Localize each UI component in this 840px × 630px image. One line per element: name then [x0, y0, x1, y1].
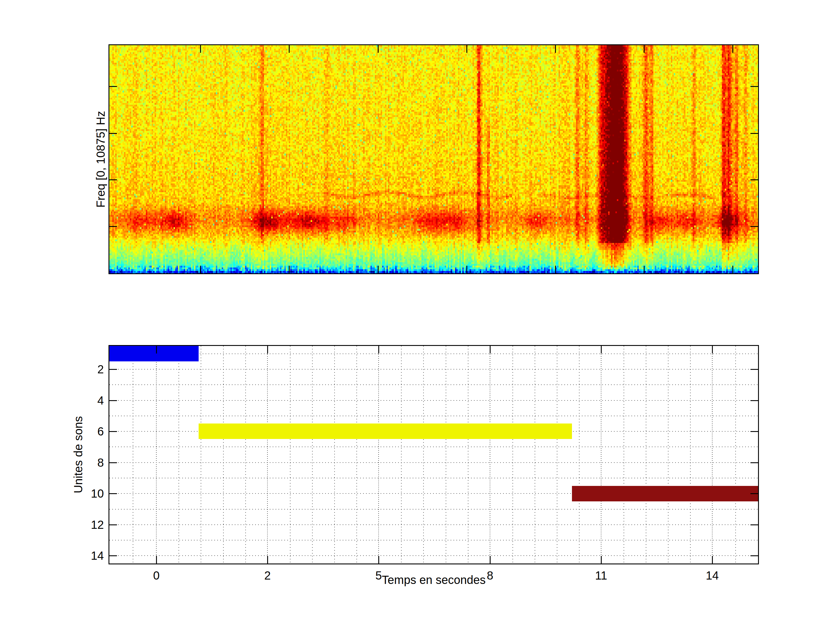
timeline-x-tick [156, 346, 157, 354]
spectrogram-y-tick [750, 133, 758, 134]
timeline-y-tick [109, 555, 117, 556]
timeline-y-tick [750, 369, 758, 370]
spectrogram-canvas [109, 45, 758, 273]
spectrogram-y-tick [750, 86, 758, 87]
timeline-major-gridline [378, 346, 379, 564]
timeline-y-tick-label: 14 [91, 550, 104, 562]
spectrogram-x-tick [378, 45, 379, 53]
timeline-minor-gridline [646, 346, 646, 564]
spectrogram-x-tick [644, 266, 644, 273]
timeline-minor-gridline [557, 346, 557, 564]
timeline-x-tick [378, 556, 379, 564]
timeline-h-gridline [109, 524, 758, 525]
timeline-y-tick [109, 400, 117, 401]
timeline-h-gridline [109, 478, 758, 478]
timeline-x-tick-label: 2 [264, 570, 271, 581]
timeline-segment-unit-10 [572, 486, 758, 501]
timeline-h-gridline [109, 555, 758, 556]
timeline-y-tick [750, 462, 758, 463]
timeline-y-tick [750, 431, 758, 432]
spectrogram-y-tick [109, 86, 117, 87]
spectrogram-x-tick [289, 266, 290, 273]
timeline-y-tick [109, 369, 117, 370]
timeline-h-gridline [109, 540, 758, 540]
timeline-minor-gridline [468, 346, 468, 564]
timeline-minor-gridline [223, 346, 224, 564]
spectrogram-x-tick [200, 266, 201, 273]
timeline-y-tick [109, 493, 117, 494]
timeline-h-gridline [109, 384, 758, 385]
timeline-y-tick-label: 6 [98, 426, 104, 437]
spectrogram-ylabel: Freq [0, 10875] Hz [95, 111, 106, 207]
timeline-minor-gridline [446, 346, 446, 564]
spectrogram-y-tick [109, 226, 117, 227]
timeline-major-gridline [601, 346, 602, 564]
timeline-xlabel: Temps en secondes [382, 574, 486, 586]
timeline-x-tick [601, 556, 602, 564]
spectrogram-x-tick [555, 45, 556, 53]
timeline-minor-gridline [290, 346, 291, 564]
timeline-y-tick [750, 524, 758, 525]
timeline-minor-gridline [245, 346, 246, 564]
spectrogram-y-tick [750, 226, 758, 227]
spectrogram-x-tick [289, 45, 290, 53]
timeline-h-gridline [109, 509, 758, 510]
timeline-y-tick [750, 400, 758, 401]
timeline-major-gridline [490, 346, 490, 564]
spectrogram-x-tick [733, 45, 733, 53]
timeline-minor-gridline [334, 346, 335, 564]
timeline-segment-unit-1 [109, 346, 199, 362]
spectrogram-y-tick [109, 133, 117, 134]
timeline-y-tick [750, 555, 758, 556]
timeline-x-tick [490, 556, 491, 564]
timeline-minor-gridline [423, 346, 424, 564]
timeline-minor-gridline [735, 346, 736, 564]
timeline-segment-unit-6 [199, 423, 572, 439]
timeline-minor-gridline [579, 346, 579, 564]
timeline-y-tick [109, 462, 117, 463]
timeline-minor-gridline [512, 346, 513, 564]
timeline-x-tick [712, 556, 713, 564]
timeline-x-tick [378, 346, 379, 354]
timeline-x-tick-label: 8 [487, 570, 493, 581]
timeline-axes [109, 345, 759, 564]
timeline-minor-gridline [535, 346, 535, 564]
timeline-x-tick-label: 11 [595, 570, 607, 581]
timeline-y-tick-label: 4 [98, 395, 104, 406]
timeline-x-tick-label: 5 [375, 570, 382, 581]
timeline-y-tick-label: 2 [98, 363, 104, 375]
timeline-h-gridline [109, 415, 758, 416]
timeline-major-gridline [267, 346, 268, 564]
timeline-minor-gridline [668, 346, 668, 564]
timeline-minor-gridline [133, 346, 133, 564]
timeline-minor-gridline [201, 346, 201, 564]
timeline-minor-gridline [178, 346, 179, 564]
timeline-x-tick [156, 556, 157, 564]
spectrogram-x-tick [200, 45, 201, 53]
timeline-x-tick [712, 346, 713, 354]
spectrogram-axes [109, 44, 759, 274]
timeline-x-tick [601, 346, 602, 354]
timeline-h-gridline [109, 354, 758, 354]
timeline-h-gridline [109, 462, 758, 463]
timeline-y-tick [750, 493, 758, 494]
timeline-y-tick-label: 12 [91, 519, 104, 531]
spectrogram-x-tick [466, 266, 467, 273]
figure: Freq [0, 10875] Hz Unites de sons Temps … [0, 0, 840, 630]
timeline-y-tick-label: 8 [98, 457, 104, 468]
spectrogram-x-tick [733, 266, 733, 273]
timeline-plot-area [109, 346, 758, 564]
timeline-h-gridline [109, 447, 758, 447]
timeline-minor-gridline [357, 346, 357, 564]
spectrogram-x-tick [555, 266, 556, 273]
timeline-minor-gridline [624, 346, 624, 564]
timeline-major-gridline [712, 346, 712, 564]
timeline-x-tick [490, 346, 491, 354]
timeline-y-tick [109, 524, 117, 525]
timeline-minor-gridline [401, 346, 402, 564]
spectrogram-y-tick [109, 179, 117, 180]
timeline-y-tick [109, 431, 117, 432]
timeline-major-gridline [156, 346, 156, 564]
timeline-x-tick [267, 346, 268, 354]
timeline-h-gridline [109, 369, 758, 369]
